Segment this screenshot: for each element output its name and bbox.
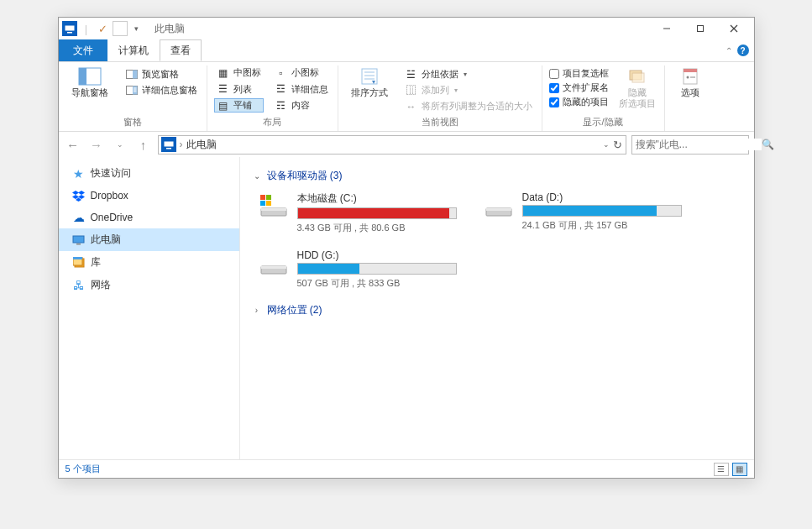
group-devices[interactable]: ⌄ 设备和驱动器 (3) <box>252 169 746 183</box>
search-box[interactable]: 🔍 <box>631 135 749 155</box>
hide-icon <box>624 65 651 87</box>
options-button[interactable]: 选项 <box>672 65 709 98</box>
tab-computer[interactable]: 计算机 <box>107 39 160 61</box>
layout-list[interactable]: ☰列表 <box>214 82 264 97</box>
explorer-window: | ✓ ▾ 此电脑 文件 计算机 查看 ⌃ ? <box>58 17 755 479</box>
fitcolumns-button[interactable]: ↔将所有列调整为合适的大小 <box>402 99 535 113</box>
svg-marker-29 <box>78 191 85 195</box>
address-dropdown-icon[interactable]: ⌄ <box>603 140 610 149</box>
groupby-button[interactable]: ☱分组依据▾ <box>402 67 535 81</box>
drive-icon <box>484 191 514 218</box>
group-network-locations[interactable]: › 网络位置 (2) <box>252 303 746 317</box>
nav-libraries[interactable]: 库 <box>59 251 239 274</box>
address-bar: ← → ⌄ ↑ › 此电脑 ⌄ ↻ 🔍 <box>59 132 754 157</box>
properties-icon[interactable]: ✓ <box>96 21 111 36</box>
tile-view-icon[interactable]: ▦ <box>732 463 747 476</box>
svg-rect-26 <box>164 141 174 147</box>
svg-rect-3 <box>697 26 703 32</box>
ribbon-group-layout: ▦中图标 ▫小图标 ☰列表 ☲详细信息 ▤平铺 ☶内容 布局 <box>207 65 338 131</box>
minimize-button[interactable] <box>650 18 684 39</box>
window-title: 此电脑 <box>155 22 185 36</box>
ribbon-group-currentview: 排序方式 ☱分组依据▾ ⿲添加列▾ ↔将所有列调整为合适的大小 当前视图 <box>338 65 542 131</box>
layout-small-icons[interactable]: ▫小图标 <box>272 65 331 80</box>
svg-rect-39 <box>261 208 286 211</box>
tab-view[interactable]: 查看 <box>160 39 202 61</box>
chk-hidden-items[interactable]: 隐藏的项目 <box>549 96 609 108</box>
addcolumn-button[interactable]: ⿲添加列▾ <box>402 83 535 97</box>
details-pane-icon <box>125 85 139 97</box>
groupby-icon: ☱ <box>405 69 418 81</box>
preview-pane-button[interactable]: 预览窗格 <box>123 67 200 81</box>
breadcrumb-location[interactable]: 此电脑 <box>186 138 217 152</box>
titlebar: | ✓ ▾ 此电脑 <box>59 18 754 39</box>
status-bar: 5 个项目 ☰ ▦ <box>59 459 754 478</box>
view-switcher: ☰ ▦ <box>714 463 747 476</box>
addcolumn-icon: ⿲ <box>405 85 418 97</box>
preview-pane-icon <box>125 69 139 81</box>
layout-medium-icons[interactable]: ▦中图标 <box>214 65 264 80</box>
nav-pane-button[interactable]: 导航窗格 <box>65 65 114 98</box>
drive-d[interactable]: Data (D:) 24.1 GB 可用 , 共 157 GB <box>484 191 685 234</box>
svg-rect-27 <box>166 148 171 149</box>
pc-location-icon <box>161 137 176 152</box>
chevron-right-icon[interactable]: › <box>252 306 262 315</box>
close-button[interactable] <box>717 18 751 39</box>
nav-onedrive[interactable]: ☁OneDrive <box>59 207 239 228</box>
svg-rect-42 <box>260 201 265 206</box>
content-pane: ⌄ 设备和驱动器 (3) 本地磁盘 (C:) <box>240 157 754 459</box>
capacity-bar <box>297 263 457 275</box>
forward-button[interactable]: → <box>87 135 106 154</box>
search-icon[interactable]: 🔍 <box>762 139 774 150</box>
nav-network[interactable]: 🖧网络 <box>59 274 239 296</box>
nav-pane-icon <box>76 65 103 87</box>
chk-file-extensions[interactable]: 文件扩展名 <box>549 81 609 94</box>
chevron-down-icon[interactable]: ⌄ <box>252 171 262 181</box>
qat-blank[interactable] <box>113 21 128 36</box>
svg-rect-34 <box>76 244 81 245</box>
drives-list: 本地磁盘 (C:) 3.43 GB 可用 , 共 80.6 GB Data (D… <box>259 191 746 290</box>
svg-rect-9 <box>133 71 138 79</box>
chevron-right-icon[interactable]: › <box>180 139 183 150</box>
maximize-button[interactable] <box>684 18 717 39</box>
pc-icon[interactable] <box>62 21 77 36</box>
layout-details[interactable]: ☲详细信息 <box>272 82 331 97</box>
layout-content[interactable]: ☶内容 <box>272 98 331 113</box>
ribbon-group-options: 选项 <box>665 65 715 131</box>
layout-tiles[interactable]: ▤平铺 <box>214 98 264 113</box>
help-icon[interactable]: ? <box>737 45 749 56</box>
drive-c[interactable]: 本地磁盘 (C:) 3.43 GB 可用 , 共 80.6 GB <box>259 191 460 234</box>
pc-icon <box>72 233 86 247</box>
up-button[interactable]: ↑ <box>134 135 153 154</box>
fitcolumns-icon: ↔ <box>405 101 418 113</box>
ribbon: 导航窗格 预览窗格 详细信息窗格 窗格 ▦中图标 ▫小图标 ☰列表 ☲详细信息 … <box>59 61 754 132</box>
tab-file[interactable]: 文件 <box>59 39 107 61</box>
drive-g[interactable]: HDD (G:) 507 GB 可用 , 共 833 GB <box>259 249 460 290</box>
quick-access-toolbar: | ✓ ▾ <box>62 21 144 36</box>
back-button[interactable]: ← <box>64 135 82 154</box>
svg-rect-1 <box>67 32 72 34</box>
chk-item-checkboxes[interactable]: 项目复选框 <box>549 67 609 80</box>
refresh-icon[interactable]: ↻ <box>613 139 622 151</box>
nav-dropbox[interactable]: Dropbox <box>59 185 239 207</box>
nav-quick-access[interactable]: ★快速访问 <box>59 162 239 185</box>
body: ★快速访问 Dropbox ☁OneDrive 此电脑 库 🖧网络 ⌄ 设备和驱… <box>59 157 754 459</box>
drive-icon <box>259 249 289 276</box>
details-pane-button[interactable]: 详细信息窗格 <box>123 83 200 97</box>
svg-rect-41 <box>266 195 271 200</box>
breadcrumb[interactable]: › 此电脑 ⌄ ↻ <box>158 135 626 155</box>
svg-rect-0 <box>65 25 75 31</box>
sort-button[interactable]: 排序方式 <box>345 65 394 98</box>
collapse-ribbon-icon[interactable]: ⌃ <box>726 46 732 55</box>
qat-dropdown-icon[interactable]: ▾ <box>129 21 144 36</box>
nav-pane: ★快速访问 Dropbox ☁OneDrive 此电脑 库 🖧网络 <box>59 157 240 459</box>
qat-separator: | <box>79 21 94 36</box>
ribbon-group-showhide: 项目复选框 文件扩展名 隐藏的项目 隐藏所选项目 显示/隐藏 <box>542 65 665 131</box>
details-view-icon[interactable]: ☰ <box>714 463 729 476</box>
recent-dropdown-icon[interactable]: ⌄ <box>111 135 129 154</box>
ribbon-tabstrip: 文件 计算机 查看 ⌃ ? <box>59 39 754 61</box>
search-input[interactable] <box>636 139 762 150</box>
tiles-icon: ▤ <box>217 100 230 112</box>
hide-button[interactable]: 隐藏所选项目 <box>617 65 657 109</box>
nav-this-pc[interactable]: 此电脑 <box>59 228 239 251</box>
options-icon <box>677 65 704 87</box>
